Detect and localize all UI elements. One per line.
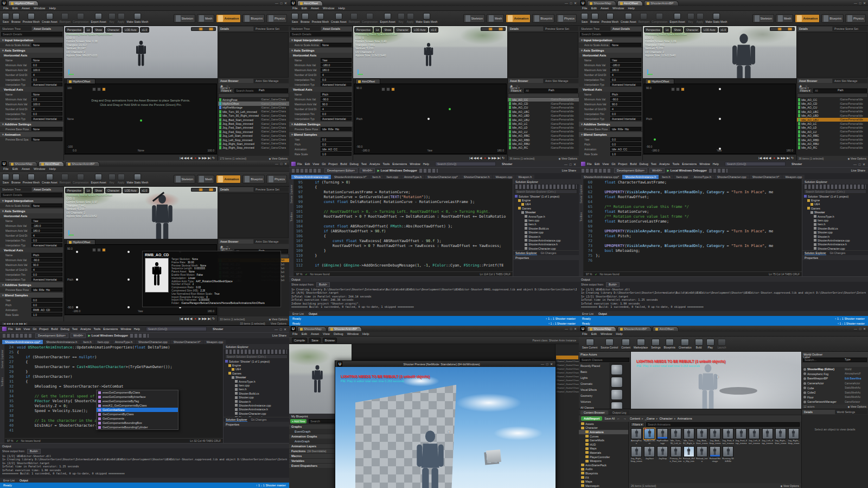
detail-row[interactable]: Minimum Axis Val0.0 <box>0 97 63 102</box>
detail-row[interactable]: Horizontal Axis <box>0 53 63 58</box>
detail-row[interactable]: Input Interpolation <box>0 198 63 203</box>
detail-row[interactable]: Maximum Axis Val90.0 <box>289 102 353 106</box>
viewport-toolbar-chip[interactable]: LOD Auto <box>123 27 139 33</box>
live-share-button[interactable]: Live Share <box>851 169 865 172</box>
actor-category[interactable]: Basic <box>579 369 609 375</box>
solution-explorer-toolbar[interactable] <box>805 185 866 189</box>
visibility-eye-icon[interactable] <box>803 386 806 389</box>
asset-thumbnail[interactable]: * Primary_Fire_Fast_trimmed <box>669 446 681 463</box>
detail-row[interactable]: Minimum Axis Val0.0 <box>0 62 63 67</box>
window-tab[interactable]: ShooterMap <box>587 1 616 5</box>
graph-tool-icons[interactable] <box>381 87 395 91</box>
solution-search-input[interactable] <box>225 354 288 359</box>
mode-button[interactable]: Animation <box>795 14 820 23</box>
viewport-toolbar-chip[interactable]: Show <box>672 27 683 33</box>
document-tab[interactable]: Item.h <box>369 175 383 179</box>
toolbar-button[interactable]: Make Static Mesh <box>127 174 149 184</box>
server-explorer-tab[interactable]: Server Explorer <box>579 185 583 204</box>
tab-details[interactable]: Details <box>802 410 835 414</box>
outliner-row[interactable]: ShooterMap (Editor)World <box>802 367 868 372</box>
blend-sample-point[interactable] <box>76 306 78 308</box>
detail-row[interactable]: Axis Settings <box>0 47 63 53</box>
tab-solution-explorer[interactable]: Solution Explorer <box>515 251 537 255</box>
asset-thumbnail[interactable]: * Jog_Right_Stop_trimmed <box>788 428 800 445</box>
tree-item[interactable]: Item.cpp <box>224 383 289 387</box>
tree-item[interactable]: ShooterCharacter.cpp <box>513 246 579 250</box>
live-share-button[interactable]: Live Share <box>562 169 576 172</box>
detail-row[interactable]: Rate Scale1.0 <box>0 312 63 317</box>
detail-row[interactable]: Interpolation TypAveraged Interpolat <box>289 82 353 87</box>
intellisense-item[interactable]: execK2_GetComponentsByClass <box>97 403 178 408</box>
view-options-button[interactable]: View Options <box>847 157 866 160</box>
toolbar-button[interactable]: Create Asset <box>331 13 347 23</box>
intellisense-item[interactable]: execGetComponentsByInterface <box>97 395 178 399</box>
menu-item[interactable]: Build <box>340 162 347 166</box>
detail-row[interactable]: Number of Grid Di4 <box>0 233 63 238</box>
detail-row[interactable]: Minimum Axis Val-180.0 <box>579 62 642 67</box>
tree-item[interactable]: Shooter.h <box>802 235 868 238</box>
tree-item[interactable]: UE4 <box>513 202 579 206</box>
viewport-toolbar-chip[interactable]: Lit <box>85 188 92 193</box>
folder-item[interactable]: FX <box>579 476 628 480</box>
visibility-eye-icon[interactable] <box>803 396 806 398</box>
detail-row[interactable]: Additive Settings <box>289 121 353 126</box>
detail-row[interactable]: Minimum Axis Val-180.0 <box>289 62 353 67</box>
detail-row[interactable]: Interpolation TypAveraged Interpolat <box>579 116 642 121</box>
menu-item[interactable]: Analyze <box>80 327 91 331</box>
mode-button[interactable]: Skeleton <box>463 14 485 23</box>
view-options-button[interactable]: View Options <box>558 157 577 160</box>
configuration-dropdown[interactable]: Development Editor <box>35 333 68 338</box>
detail-row[interactable]: Yaw0.0 <box>289 137 353 142</box>
transport-forward-icons[interactable]: ▶ ▶▶ ▶| ↻ <box>777 156 794 160</box>
menu-item[interactable]: Help <box>713 162 719 166</box>
mode-button[interactable]: Animation <box>216 14 241 23</box>
asset-row[interactable]: Idle_AO_LBU/Game/Persona/Idle <box>508 118 579 122</box>
outliner-row[interactable]: FloorStaticMeshAc <box>802 395 868 400</box>
detail-row[interactable]: Horizontal Axis <box>0 213 63 218</box>
status-git-info[interactable]: ↑ 1 ↓ 1 Shooter master <box>546 317 576 320</box>
folder-item[interactable]: PlayerController <box>579 455 628 459</box>
document-tab[interactable]: AmmoType.h <box>691 175 714 179</box>
platform-dropdown[interactable]: Win64 <box>360 168 375 173</box>
detail-row[interactable]: Maximum Axis Val180.0 <box>289 67 353 72</box>
menu-item[interactable]: Tools <box>382 162 390 166</box>
visibility-eye-icon[interactable] <box>803 368 806 371</box>
asset-row[interactable]: Idle_AO_CC/Game/Persona/Idle <box>797 98 868 102</box>
viewport-toolbar-chip[interactable]: Lit <box>663 27 671 33</box>
toolbar-button[interactable]: Source Control <box>601 339 618 349</box>
solution-explorer-toolbar[interactable] <box>226 350 287 354</box>
tab-asset-details[interactable]: Asset Details <box>32 27 63 31</box>
detail-row[interactable]: Pitch0.0 <box>579 142 642 147</box>
viewport-toolbar-chip[interactable]: x1.0 <box>140 188 149 193</box>
view-options-button[interactable]: View Options <box>269 157 288 160</box>
detail-row[interactable]: Axis Settings <box>289 47 353 53</box>
blend-sample-point[interactable] <box>719 148 721 150</box>
place-actors-search[interactable] <box>580 358 629 362</box>
tab-git-changes[interactable]: Git Changes <box>251 418 267 421</box>
document-tab[interactable]: AmmoType.h <box>401 175 424 179</box>
save-all-button[interactable]: Save All <box>604 417 615 420</box>
asset-row[interactable]: Idle_AO_LC/Game/Persona/Idle <box>508 122 579 125</box>
window-tab[interactable]: ShooterAnimBP <box>644 1 679 5</box>
live-share-button[interactable]: Live Share <box>272 334 286 337</box>
detail-row[interactable]: Maximum Axis Val90.0 <box>0 262 63 267</box>
code-editor[interactable]: 95 if (Turning > 0)96 {97 RotationCurveL… <box>294 179 513 276</box>
blend-sample-point[interactable] <box>76 251 78 253</box>
transport-controls[interactable]: |◀ ◀◀ ◀ ● ▶ ▶▶ ▶| ↻ <box>64 154 218 161</box>
window-tab[interactable]: AimOffset <box>653 326 678 331</box>
window-controls[interactable]: — □ ✕ <box>565 327 577 331</box>
outliner-row[interactable]: Atmospheric FogAtmosphericF <box>802 372 868 377</box>
view-options-button[interactable]: View Options <box>847 405 866 408</box>
placeable-shape-icon[interactable] <box>611 389 623 400</box>
detail-row[interactable]: Interpolation Tim0.0 <box>0 77 63 82</box>
document-tab[interactable]: Weapon.cpp <box>782 175 805 179</box>
level-viewport[interactable]: + LIGHTING NEEDS TO BE REBUILT (3 unbuil… <box>631 352 801 409</box>
tab-preview-scene-settings[interactable]: Preview Scene Set <box>254 187 289 192</box>
menu-item[interactable]: Edit <box>595 162 599 166</box>
tree-item[interactable]: Games <box>513 206 579 210</box>
menu-item[interactable]: Help <box>49 167 55 170</box>
detail-row[interactable]: Interpolation TypAveraged Interpolat <box>289 116 353 121</box>
folder-item[interactable]: AnimStarterPack <box>579 463 628 467</box>
toolbar-button[interactable]: Export Asset <box>91 13 106 23</box>
menu-item[interactable]: Edit <box>302 7 307 10</box>
